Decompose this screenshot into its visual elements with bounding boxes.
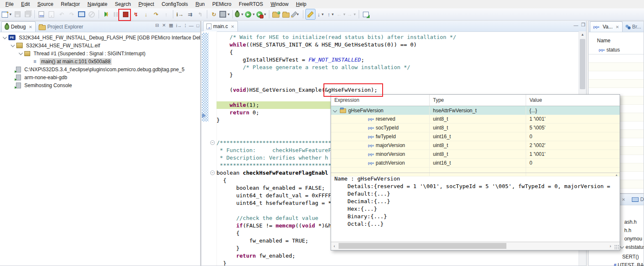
menu-source[interactable]: Source [34,0,57,8]
skip-breakpoints-button[interactable] [87,9,96,19]
hscroll-thumb[interactable] [339,243,506,249]
suspend-button[interactable] [111,9,120,19]
tab-breakpoints[interactable]: Br... [623,22,644,32]
variable-row[interactable]: (x)=status [589,46,644,54]
terminate-button[interactable] [121,9,130,19]
code-line[interactable] [216,79,579,86]
code-line[interactable]: { [216,49,579,56]
connect-icon[interactable]: ⊟ [155,23,159,28]
expression-row[interactable]: (x)=reserveduint8_t1 '\001' [331,115,620,124]
maximize-icon[interactable]: ❒ [581,22,585,28]
details-scrollbar[interactable]: ▲ [614,173,619,244]
expression-row[interactable]: (x)=fwTypeIduint16_t0 [331,132,620,141]
binary-file-button[interactable]: 010 [37,9,46,19]
open-task-button[interactable] [361,9,370,19]
outline-item[interactable]: eststatus [626,244,644,250]
outline-item[interactable]: h.h [624,227,631,233]
minimize-icon[interactable]: — [189,23,193,28]
expander-chevron-icon[interactable] [333,108,337,112]
mark-occurrences-toggle[interactable] [305,9,315,20]
debug-tree-row[interactable]: Thread #1 (Suspended : Signal : SIGINT:I… [0,49,200,57]
step-into-button[interactable]: ↓ [141,9,151,19]
code-line[interactable]: /* Wait for HSE to initialize(read statu… [216,34,579,41]
next-annotation-button[interactable]: ↓▼ [316,9,326,19]
close-icon[interactable]: ✕ [622,197,625,202]
minimize-icon[interactable]: — [574,23,578,28]
code-line[interactable]: /* Please generate a reset to allow inst… [216,64,579,71]
expander-chevron-icon[interactable] [19,51,23,55]
instruction-stepping-icon[interactable]: ▦ [169,23,173,28]
menu-configtools[interactable]: ConfigTools [158,0,192,8]
column-value[interactable]: Value [526,95,620,106]
dropdown-arrow-icon[interactable]: ▼ [263,13,267,16]
fold-collapse-icon[interactable]: − [210,140,215,145]
dropdown-arrow-icon[interactable]: ▼ [353,13,357,16]
outline-item[interactable]: ash.h [624,219,636,225]
code-line[interactable]: } [216,260,579,266]
expression-row[interactable]: (x)=minorVersionuint8_t1 '\001' [331,150,620,159]
step-filters-button[interactable]: ⇉ [185,9,195,19]
tab-debug[interactable]: Debug✕ [1,21,36,32]
import-example-button[interactable] [271,9,281,19]
outline-item[interactable]: onymou [624,236,642,242]
step-into-selection-button[interactable]: i→ [175,9,185,19]
dropdown-arrow-icon[interactable]: ▼ [252,13,256,16]
scroll-left-icon[interactable]: ‹ [331,242,338,250]
step-return-button[interactable]: ↑ [162,9,171,19]
flash-programmer-button[interactable]: ▼ [219,9,230,19]
debug-tree-row[interactable]: S32K344_HSE_FW_INSTALL.elf [0,41,200,49]
menu-pemicro[interactable]: PEMicro [209,0,235,8]
view-menu-icon[interactable]: ⁞ [185,23,186,28]
close-icon[interactable]: ✕ [29,25,32,29]
popup-hscrollbar[interactable]: ‹ › [331,242,620,250]
run-button[interactable]: ▶▼ [245,9,256,19]
close-icon[interactable]: ✕ [231,24,234,29]
debug-tree-row[interactable]: ≡main() at main.c:101 0x500a88 [0,57,200,65]
forward-button[interactable]: →▼ [347,9,357,19]
menu-run[interactable]: Run [192,0,209,8]
save-all-button[interactable] [23,9,32,19]
menu-refactor[interactable]: Refactor [57,0,83,8]
restart-button[interactable]: ↻ [209,9,219,19]
expander-chevron-icon[interactable] [11,43,15,47]
drop-to-frame-button[interactable]: ↰ [196,9,205,19]
terminate-relaunch-button[interactable]: ↯ [131,9,141,19]
expression-row[interactable]: (x)=majorVersionuint8_t2 '\002' [331,141,620,150]
dropdown-arrow-icon[interactable]: ▼ [227,13,230,16]
dropdown-arrow-icon[interactable]: ▼ [331,13,334,16]
remove-all-terminated-icon[interactable]: ✕ [162,23,166,28]
step-over-button[interactable]: ↷ [151,9,161,19]
column-expression[interactable]: Expression [331,95,429,106]
dropdown-arrow-icon[interactable]: ▼ [321,13,324,16]
profile-button[interactable]: ▶▼ [256,9,267,19]
debug-tree-row[interactable]: C:\NXP\S32DS.3.4_t\eclipse\plugins\com.p… [0,65,200,73]
debug-tree-row[interactable]: arm-none-eabi-gdb [0,73,200,81]
code-line[interactable]: gInstallHSEFwTest = FW_NOT_INSTALLED; [216,56,579,64]
debug-tree-row[interactable]: Semihosting Console [0,81,200,89]
panel-sash[interactable] [201,21,201,266]
code-line[interactable]: (void)HSE_GetVersion_Example(&gHseFwVers… [216,86,579,94]
c-file-button[interactable]: c [47,9,56,19]
code-line[interactable]: while((HSE_STATUS_INIT_OK & HSE_MU_GetHs… [216,41,579,49]
resume-button[interactable] [101,9,110,19]
fold-collapse-icon[interactable]: − [210,170,215,175]
dropdown-arrow-icon[interactable]: ▼ [9,13,12,16]
column-type[interactable]: Type [429,95,526,106]
tab-disassembly[interactable]: D [629,194,644,204]
tab-main-c[interactable]: .c main.c ✕ [203,21,238,31]
back-button[interactable]: ←▼ [336,9,346,19]
undo-button[interactable]: ↶ [57,9,66,19]
prev-annotation-button[interactable]: ↑▼ [326,9,336,19]
code-line[interactable]: return fw_enabled; [216,252,579,260]
scrollbar-thumb[interactable] [580,39,585,89]
code-line[interactable]: } [216,71,579,79]
expression-row[interactable]: (x)=patchVersionuint16_t0 [331,159,620,168]
menu-freertos[interactable]: FreeRTOS [235,0,267,8]
save-button[interactable] [13,9,22,19]
menu-file[interactable]: File [2,0,17,8]
menu-navigate[interactable]: Navigate [83,0,111,8]
dropdown-arrow-icon[interactable]: ▼ [240,13,244,16]
expander-chevron-icon[interactable] [620,245,624,249]
debug-tree-row[interactable]: PES32K344_HSE_FW_INSTALL_Debug_FLASH_PNE… [0,34,200,41]
new-wizard-button[interactable]: ✦▼ [2,9,12,19]
